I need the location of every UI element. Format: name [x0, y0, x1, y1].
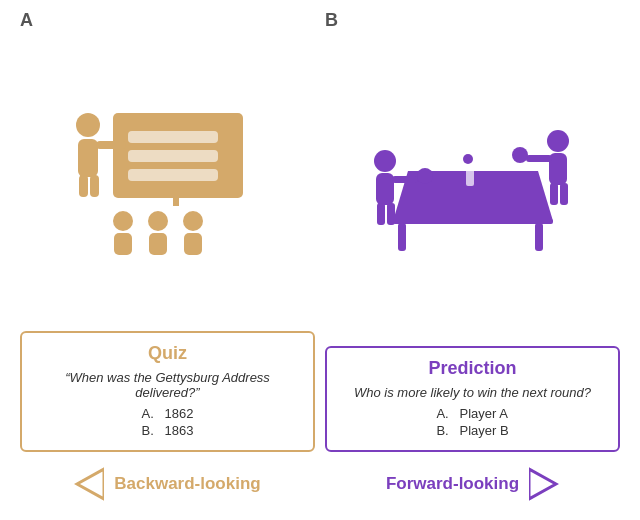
svg-rect-19: [393, 219, 553, 224]
prediction-title: Prediction: [341, 358, 604, 379]
quiz-title: Quiz: [36, 343, 299, 364]
left-icon-area: [20, 35, 315, 331]
right-panel: B: [325, 10, 620, 458]
prediction-illustration: [363, 111, 583, 271]
right-icon-area: [325, 35, 620, 346]
svg-point-28: [547, 130, 569, 152]
left-panel-label: A: [20, 10, 33, 31]
svg-point-34: [463, 154, 473, 164]
svg-rect-24: [392, 176, 418, 183]
svg-rect-9: [90, 175, 99, 197]
prediction-question: Who is more likely to win the next round…: [341, 385, 604, 400]
svg-rect-30: [526, 155, 552, 162]
svg-rect-20: [398, 223, 406, 251]
right-bottom-panel: Forward-looking: [325, 458, 620, 510]
svg-point-25: [417, 168, 433, 184]
svg-point-14: [183, 211, 203, 231]
prediction-option-a: A. Player A: [436, 406, 508, 421]
svg-rect-11: [114, 233, 132, 255]
svg-rect-33: [560, 183, 568, 205]
svg-rect-3: [128, 169, 218, 181]
svg-rect-8: [79, 175, 88, 197]
right-panel-label: B: [325, 10, 338, 31]
svg-point-12: [148, 211, 168, 231]
svg-marker-36: [529, 469, 556, 499]
quiz-illustration: [58, 103, 278, 263]
prediction-info-box: Prediction Who is more likely to win the…: [325, 346, 620, 452]
left-bottom-panel: Backward-looking: [20, 458, 315, 510]
svg-point-31: [512, 147, 528, 163]
quiz-option-a: A. 1862: [141, 406, 193, 421]
main-container: A: [0, 0, 640, 520]
svg-rect-6: [78, 139, 98, 177]
svg-rect-7: [96, 141, 126, 149]
quiz-option-b: B. 1863: [141, 423, 193, 438]
svg-marker-35: [77, 469, 104, 499]
backward-arrow-icon: [74, 466, 104, 502]
left-panel: A: [20, 10, 315, 458]
prediction-options: A. Player A B. Player B: [436, 406, 508, 440]
svg-point-10: [113, 211, 133, 231]
bottom-row: Backward-looking Forward-looking: [20, 458, 620, 510]
prediction-option-b: B. Player B: [436, 423, 508, 438]
quiz-info-box: Quiz “When was the Gettysburg Address de…: [20, 331, 315, 452]
panels-row: A: [20, 10, 620, 458]
svg-point-5: [76, 113, 100, 137]
backward-looking-label: Backward-looking: [114, 474, 260, 494]
forward-looking-label: Forward-looking: [386, 474, 519, 494]
svg-rect-1: [128, 131, 218, 143]
svg-rect-27: [387, 203, 395, 225]
svg-rect-23: [376, 173, 394, 205]
svg-rect-2: [128, 150, 218, 162]
svg-rect-13: [149, 233, 167, 255]
quiz-question: “When was the Gettysburg Address deliver…: [36, 370, 299, 400]
svg-rect-26: [377, 203, 385, 225]
svg-rect-32: [550, 183, 558, 205]
quiz-options: A. 1862 B. 1863: [141, 406, 193, 440]
svg-rect-21: [535, 223, 543, 251]
svg-rect-4: [173, 196, 179, 206]
svg-rect-15: [184, 233, 202, 255]
svg-point-22: [374, 150, 396, 172]
forward-arrow-icon: [529, 466, 559, 502]
